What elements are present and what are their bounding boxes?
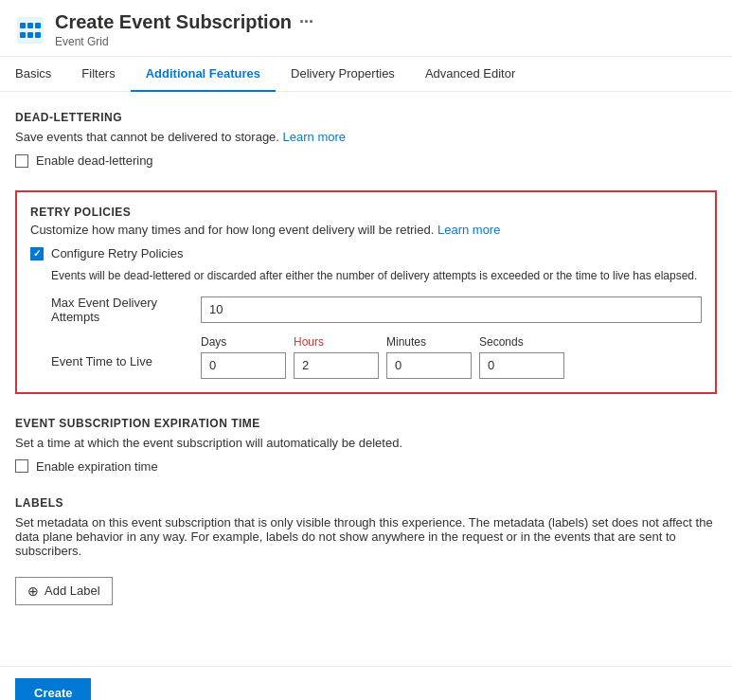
- ttl-minutes-field: Minutes: [386, 335, 472, 379]
- ttl-inputs: Days Hours Minutes Seconds: [201, 335, 564, 379]
- tab-basics[interactable]: Basics: [15, 57, 66, 92]
- svg-rect-3: [35, 23, 41, 28]
- svg-rect-0: [17, 17, 44, 44]
- ttl-days-field: Days: [201, 335, 286, 379]
- svg-rect-4: [20, 32, 26, 38]
- tab-delivery-properties[interactable]: Delivery Properties: [276, 57, 410, 92]
- ttl-label: Event Time to Live: [30, 335, 201, 368]
- expiration-checkbox-label: Enable expiration time: [36, 459, 158, 474]
- expiration-checkbox-row: Enable expiration time: [15, 459, 717, 474]
- nav-tabs: Basics Filters Additional Features Deliv…: [0, 57, 732, 92]
- add-label-button-text: Add Label: [45, 583, 100, 598]
- create-button[interactable]: Create: [15, 678, 91, 700]
- dead-lettering-title: DEAD-LETTERING: [15, 111, 717, 124]
- ttl-days-input[interactable]: [201, 352, 286, 379]
- svg-rect-6: [35, 32, 41, 38]
- tab-advanced-editor[interactable]: Advanced Editor: [410, 57, 530, 92]
- retry-policies-desc: Customize how many times and for how lon…: [30, 223, 702, 237]
- svg-rect-2: [27, 23, 33, 28]
- ttl-row: Event Time to Live Days Hours Minutes Se…: [30, 335, 702, 379]
- max-attempts-input[interactable]: [201, 296, 702, 323]
- ttl-seconds-field: Seconds: [479, 335, 564, 379]
- retry-policies-section: RETRY POLICIES Customize how many times …: [15, 190, 717, 394]
- ttl-days-label: Days: [201, 335, 286, 349]
- dead-lettering-checkbox-label: Enable dead-lettering: [36, 153, 153, 168]
- dead-lettering-desc: Save events that cannot be delivered to …: [15, 130, 717, 144]
- page-title-text: Create Event Subscription: [55, 11, 292, 33]
- ttl-seconds-label: Seconds: [479, 335, 564, 349]
- header-text-block: Create Event Subscription ··· Event Grid: [55, 11, 313, 48]
- svg-rect-5: [27, 32, 33, 38]
- expiration-desc: Set a time at which the event subscripti…: [15, 436, 717, 450]
- configure-retry-checkbox-label: Configure Retry Policies: [51, 246, 183, 260]
- add-label-icon: ⊕: [27, 583, 39, 599]
- labels-desc: Set metadata on this event subscription …: [15, 515, 717, 558]
- page-content: DEAD-LETTERING Save events that cannot b…: [0, 92, 732, 647]
- retry-note: Events will be dead-lettered or discarde…: [51, 268, 702, 284]
- max-attempts-label: Max Event Delivery Attempts: [30, 296, 201, 324]
- dead-lettering-section: DEAD-LETTERING Save events that cannot b…: [15, 111, 717, 168]
- page-header: Create Event Subscription ··· Event Grid: [0, 0, 732, 57]
- tab-additional-features[interactable]: Additional Features: [131, 57, 276, 92]
- expiration-section: EVENT SUBSCRIPTION EXPIRATION TIME Set a…: [15, 417, 717, 474]
- dead-lettering-learn-more-link[interactable]: Learn more: [283, 130, 346, 144]
- labels-section: LABELS Set metadata on this event subscr…: [15, 496, 717, 605]
- ttl-hours-field: Hours: [294, 335, 379, 379]
- labels-title: LABELS: [15, 496, 717, 510]
- ttl-minutes-label: Minutes: [386, 335, 472, 349]
- page-subtitle: Event Grid: [55, 35, 313, 48]
- add-label-button[interactable]: ⊕ Add Label: [15, 577, 113, 605]
- ttl-seconds-input[interactable]: [479, 352, 564, 379]
- expiration-checkbox[interactable]: [15, 459, 28, 473]
- ttl-hours-input[interactable]: [294, 352, 379, 379]
- event-grid-icon: [15, 15, 45, 45]
- more-options-icon[interactable]: ···: [299, 12, 313, 32]
- page-footer: Create: [0, 666, 732, 700]
- configure-retry-checkbox[interactable]: [30, 247, 44, 260]
- ttl-hours-label: Hours: [294, 335, 379, 349]
- dead-lettering-checkbox-row: Enable dead-lettering: [15, 153, 717, 168]
- tab-filters[interactable]: Filters: [66, 57, 130, 92]
- svg-rect-1: [20, 23, 26, 28]
- retry-policies-title: RETRY POLICIES: [30, 206, 702, 219]
- dead-lettering-checkbox[interactable]: [15, 154, 28, 168]
- max-attempts-row: Max Event Delivery Attempts: [30, 296, 702, 324]
- expiration-title: EVENT SUBSCRIPTION EXPIRATION TIME: [15, 417, 717, 430]
- configure-retry-checkbox-row: Configure Retry Policies: [30, 246, 702, 260]
- ttl-minutes-input[interactable]: [386, 352, 472, 379]
- page-title: Create Event Subscription ···: [55, 11, 313, 33]
- retry-policies-learn-more-link[interactable]: Learn more: [437, 223, 500, 237]
